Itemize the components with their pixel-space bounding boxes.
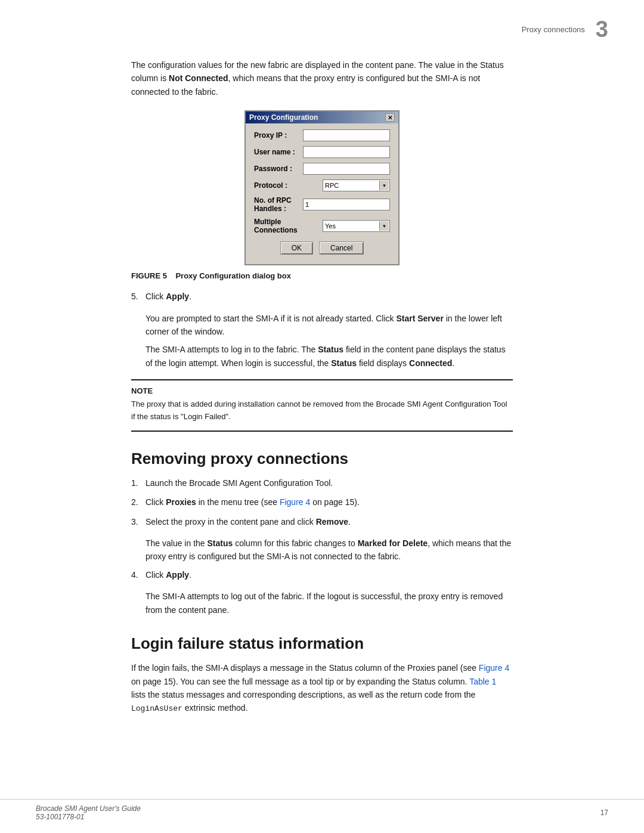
protocol-row: Protocol : RPC ▼ <box>254 179 390 191</box>
multiple-connections-select[interactable]: Yes No <box>323 220 390 232</box>
removing-steps-list: 1. Launch the Brocade SMI Agent Configur… <box>131 476 513 528</box>
removing-step3-num: 3. <box>131 515 138 528</box>
multiple-connections-select-wrapper: Yes No ▼ <box>323 220 390 232</box>
apply-bold-1: Apply <box>166 292 189 301</box>
footer-left: Brocade SMI Agent User's Guide 53-100177… <box>36 804 141 821</box>
dialog-title: Proxy Configuration <box>249 113 318 122</box>
proxies-bold: Proxies <box>166 497 196 507</box>
page: Proxy connections 3 The configuration va… <box>0 0 644 833</box>
step5-item: 5. Click Apply. <box>131 290 513 303</box>
multiple-connections-row: Multiple Connections Yes No ▼ <box>254 218 390 234</box>
multiple-connections-label: Multiple Connections <box>254 218 323 234</box>
apply-bold-2: Apply <box>166 570 189 580</box>
removing-step4-num: 4. <box>131 568 138 581</box>
proxy-config-dialog: Proxy Configuration ✕ Proxy IP : User na… <box>244 110 400 265</box>
step5-num: 5. <box>131 290 138 303</box>
dialog-close-button[interactable]: ✕ <box>385 113 395 122</box>
remove-bold: Remove <box>316 517 348 527</box>
removing-step4-text: Click Apply. <box>145 570 191 580</box>
removing-step4-list: 4. Click Apply. <box>131 568 513 581</box>
dialog-body: Proxy IP : User name : Password : <box>246 123 398 264</box>
protocol-select[interactable]: RPC <box>323 179 390 191</box>
dialog-titlebar: Proxy Configuration ✕ <box>246 112 398 123</box>
cancel-button[interactable]: Cancel <box>319 241 364 255</box>
footer-page-number: 17 <box>600 809 608 817</box>
status-bold-1: Status <box>318 345 343 354</box>
status-bold-3: Status <box>208 538 233 548</box>
protocol-select-wrapper: RPC ▼ <box>323 179 390 191</box>
username-row: User name : <box>254 146 390 158</box>
not-connected-bold: Not Connected <box>169 73 228 83</box>
table1-link[interactable]: Table 1 <box>469 677 496 686</box>
password-input[interactable] <box>303 163 390 175</box>
removing-proxy-title: Removing proxy connections <box>131 450 513 468</box>
note-title: NOTE <box>131 386 513 395</box>
removing-step2: 2. Click Proxies in the menu tree (see F… <box>131 496 513 509</box>
password-row: Password : <box>254 163 390 175</box>
proxy-ip-label: Proxy IP : <box>254 131 303 140</box>
figure-caption: FIGURE 5 Proxy Configuration dialog box <box>131 271 513 280</box>
proxy-ip-row: Proxy IP : <box>254 129 390 141</box>
removing-step3: 3. Select the proxy in the content pane … <box>131 515 513 528</box>
chapter-label: Proxy connections <box>522 25 585 34</box>
connected-bold: Connected <box>409 358 452 368</box>
step5-list: 5. Click Apply. <box>131 290 513 303</box>
dialog-screenshot-wrapper: Proxy Configuration ✕ Proxy IP : User na… <box>131 110 513 265</box>
figure-caption-text: Proxy Configuration dialog box <box>175 271 291 280</box>
figure4-link-1[interactable]: Figure 4 <box>280 497 310 507</box>
dialog-buttons: OK Cancel <box>254 241 390 258</box>
removing-step3-text: Select the proxy in the content pane and… <box>145 517 351 527</box>
marked-for-delete-bold: Marked for Delete <box>358 538 428 548</box>
main-content: The configuration values for the new fab… <box>0 47 644 747</box>
status-bold-2: Status <box>331 358 357 368</box>
intro-paragraph: The configuration values for the new fab… <box>131 58 513 98</box>
footer-doc-num: 53-1001778-01 <box>36 813 141 821</box>
footer-title: Brocade SMI Agent User's Guide <box>36 804 141 813</box>
figure4-link-2[interactable]: Figure 4 <box>479 663 509 673</box>
rpc-handles-row: No. of RPC Handles : <box>254 196 390 213</box>
removing-step1-num: 1. <box>131 476 138 490</box>
removing-step2-text: Click Proxies in the menu tree (see Figu… <box>145 497 360 507</box>
login-failure-title: Login failure status information <box>131 634 513 653</box>
removing-step1-text: Launch the Brocade SMI Agent Configurati… <box>145 478 333 488</box>
ok-button[interactable]: OK <box>280 241 313 255</box>
chapter-header: Proxy connections 3 <box>0 0 644 47</box>
chapter-number: 3 <box>596 18 608 41</box>
removing-step4: 4. Click Apply. <box>131 568 513 581</box>
removing-step1: 1. Launch the Brocade SMI Agent Configur… <box>131 476 513 490</box>
removing-step3-sub: The value in the Status column for this … <box>145 537 513 563</box>
step5-text: Click Apply. <box>145 292 191 301</box>
rpc-handles-label: No. of RPC Handles : <box>254 196 303 213</box>
login-as-user-monospace: LoginAsUser <box>131 704 182 713</box>
password-label: Password : <box>254 165 303 173</box>
rpc-handles-input[interactable] <box>303 199 390 210</box>
note-box: NOTE The proxy that is added during inst… <box>131 379 513 432</box>
removing-step4-sub: The SMI-A attempts to log out of the fab… <box>145 590 513 617</box>
note-text: The proxy that is added during installat… <box>131 398 513 423</box>
figure-number: FIGURE 5 <box>131 271 167 280</box>
step5-para1: You are prompted to start the SMI-A if i… <box>145 312 513 339</box>
page-footer: Brocade SMI Agent User's Guide 53-100177… <box>0 799 644 821</box>
login-failure-para: If the login fails, the SMI-A displays a… <box>131 661 513 716</box>
step5-para2: The SMI-A attempts to log in to the fabr… <box>145 343 513 370</box>
removing-step2-num: 2. <box>131 496 138 509</box>
username-input[interactable] <box>303 146 390 158</box>
start-server-bold: Start Server <box>396 314 443 323</box>
protocol-label: Protocol : <box>254 181 323 190</box>
proxy-ip-input[interactable] <box>303 129 390 141</box>
username-label: User name : <box>254 148 303 156</box>
